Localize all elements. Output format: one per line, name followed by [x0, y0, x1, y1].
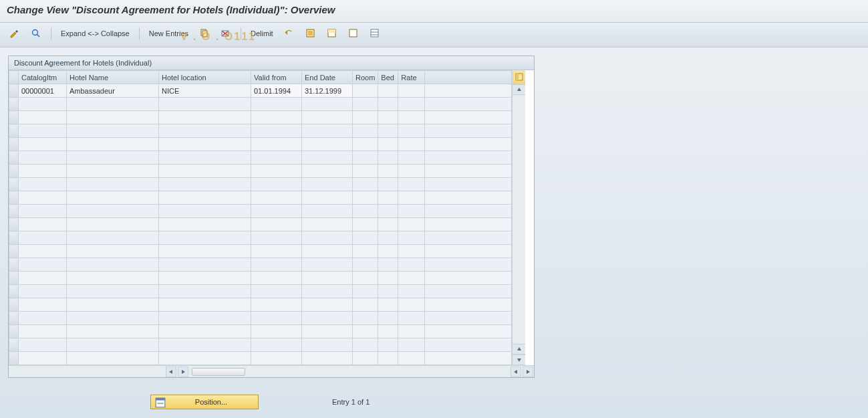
cell-end_date[interactable]	[302, 285, 353, 298]
scroll-left-button[interactable]	[166, 367, 176, 377]
cell-rate[interactable]	[398, 111, 425, 124]
other-view-button[interactable]	[28, 27, 44, 40]
cell-catalog[interactable]	[19, 218, 67, 231]
cell-end_date[interactable]	[302, 258, 353, 272]
cell-rate[interactable]	[398, 138, 425, 151]
table-row[interactable]	[9, 178, 512, 191]
cell-hotel_location[interactable]	[159, 191, 251, 205]
cell-room[interactable]	[353, 98, 378, 111]
cell-rate[interactable]	[398, 205, 425, 218]
cell-bed[interactable]	[378, 312, 398, 325]
cell-room[interactable]	[353, 285, 378, 298]
table-row[interactable]	[9, 165, 512, 178]
cell-hotel_name[interactable]	[67, 298, 159, 312]
cell-room[interactable]	[353, 258, 378, 272]
cell-bed[interactable]	[378, 138, 398, 151]
col-header-valid-from[interactable]: Valid from	[251, 71, 302, 84]
cell-catalog[interactable]	[19, 298, 67, 312]
cell-valid_from[interactable]	[251, 298, 302, 312]
delimit-button[interactable]: Delimit	[248, 28, 276, 39]
cell-hotel_location[interactable]	[159, 111, 251, 124]
scroll-left2-button[interactable]	[511, 367, 521, 377]
cell-valid_from[interactable]	[251, 191, 302, 205]
table-row[interactable]	[9, 218, 512, 231]
cell-end_date[interactable]	[302, 205, 353, 218]
cell-catalog[interactable]	[19, 205, 67, 218]
cell-end_date[interactable]	[302, 298, 353, 312]
cell-hotel_location[interactable]	[159, 138, 251, 151]
cell-valid_from[interactable]	[251, 338, 302, 352]
cell-hotel_name[interactable]	[67, 124, 159, 138]
cell-room[interactable]	[353, 245, 378, 258]
cell-room[interactable]	[353, 84, 378, 98]
cell-rate[interactable]	[398, 285, 425, 298]
cell-hotel_location[interactable]	[159, 338, 251, 352]
cell-bed[interactable]	[378, 98, 398, 111]
table-row[interactable]	[9, 98, 512, 111]
col-header-hotel-location[interactable]: Hotel location	[159, 71, 251, 84]
table-row[interactable]	[9, 138, 512, 151]
cell-hotel_name[interactable]	[67, 111, 159, 124]
cell-bed[interactable]	[378, 151, 398, 165]
cell-catalog[interactable]	[19, 165, 67, 178]
cell-valid_from[interactable]	[251, 272, 302, 285]
row-selector[interactable]	[9, 111, 19, 124]
cell-hotel_location[interactable]	[159, 285, 251, 298]
cell-room[interactable]	[353, 165, 378, 178]
cell-valid_from[interactable]	[251, 111, 302, 124]
col-header-bed[interactable]: Bed	[378, 71, 398, 84]
table-row[interactable]	[9, 245, 512, 258]
scroll-up-button[interactable]	[513, 84, 525, 95]
cell-room[interactable]	[353, 312, 378, 325]
cell-valid_from[interactable]	[251, 258, 302, 272]
table-row[interactable]	[9, 298, 512, 312]
cell-hotel_name[interactable]	[67, 205, 159, 218]
select-block-button[interactable]	[324, 27, 340, 40]
configure-columns-button[interactable]	[513, 70, 525, 84]
data-grid[interactable]: CatalogItm Hotel Name Hotel location Val…	[9, 70, 512, 365]
cell-end_date[interactable]	[302, 338, 353, 352]
row-selector[interactable]	[9, 218, 19, 231]
cell-bed[interactable]	[378, 84, 398, 98]
row-selector[interactable]	[9, 298, 19, 312]
cell-valid_from[interactable]	[251, 124, 302, 138]
cell-hotel_location[interactable]	[159, 245, 251, 258]
cell-room[interactable]	[353, 325, 378, 338]
col-header-end-date[interactable]: End Date	[302, 71, 353, 84]
cell-valid_from[interactable]	[251, 245, 302, 258]
cell-end_date[interactable]	[302, 218, 353, 231]
table-row[interactable]	[9, 191, 512, 205]
scroll-right2-button[interactable]	[523, 367, 533, 377]
cell-hotel_location[interactable]	[159, 218, 251, 231]
row-selector[interactable]	[9, 205, 19, 218]
row-selector[interactable]	[9, 258, 19, 272]
cell-catalog[interactable]	[19, 312, 67, 325]
cell-end_date[interactable]	[302, 352, 353, 365]
cell-valid_from[interactable]	[251, 231, 302, 245]
select-all-button[interactable]	[303, 27, 319, 40]
row-selector[interactable]	[9, 165, 19, 178]
cell-hotel_location[interactable]	[159, 258, 251, 272]
cell-end_date[interactable]	[302, 151, 353, 165]
cell-hotel_name[interactable]	[67, 191, 159, 205]
cell-hotel_name[interactable]	[67, 151, 159, 165]
cell-end_date[interactable]	[302, 98, 353, 111]
cell-hotel_name[interactable]	[67, 231, 159, 245]
cell-hotel_name[interactable]	[67, 165, 159, 178]
cell-bed[interactable]	[378, 205, 398, 218]
cell-rate[interactable]	[398, 258, 425, 272]
cell-bed[interactable]	[378, 111, 398, 124]
scroll-thumb[interactable]	[192, 368, 245, 376]
table-row[interactable]	[9, 231, 512, 245]
cell-bed[interactable]	[378, 258, 398, 272]
row-selector[interactable]	[9, 245, 19, 258]
cell-valid_from[interactable]	[251, 325, 302, 338]
cell-end_date[interactable]: 31.12.1999	[302, 84, 353, 98]
cell-hotel_location[interactable]	[159, 231, 251, 245]
cell-room[interactable]	[353, 205, 378, 218]
cell-hotel_location[interactable]	[159, 325, 251, 338]
cell-hotel_name[interactable]	[67, 352, 159, 365]
row-selector[interactable]	[9, 98, 19, 111]
cell-bed[interactable]	[378, 165, 398, 178]
cell-bed[interactable]	[378, 325, 398, 338]
